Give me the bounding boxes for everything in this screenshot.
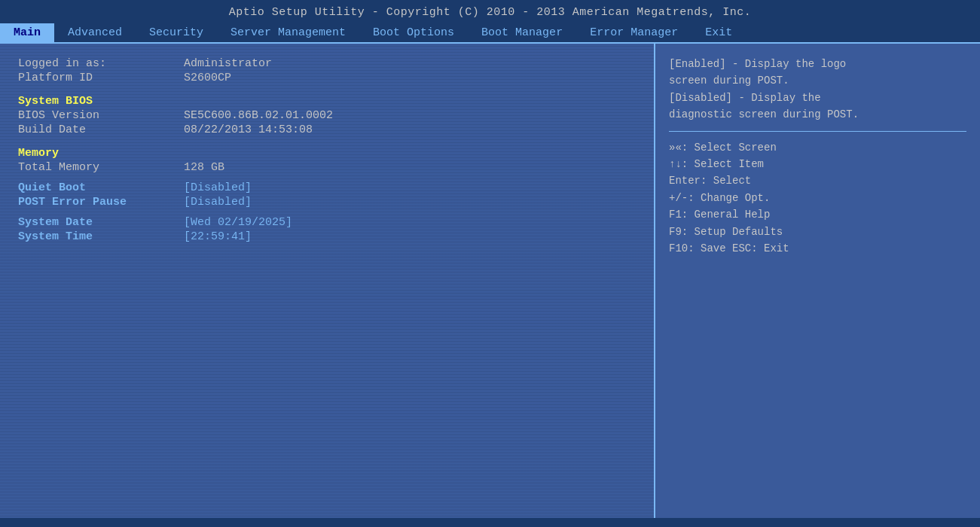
nav-key-2: Enter: Select [669,172,966,189]
nav-key-1: ↑↓: Select Item [669,156,966,172]
memory-label: Memory [18,147,636,160]
help-line-0: [Enabled] - Display the logo [669,56,966,72]
title-bar: Aptio Setup Utility - Copyright (C) 2010… [0,0,980,22]
nav-key-0: »«: Select Screen [669,139,966,156]
post-error-pause-row[interactable]: POST Error Pause [Disabled] [18,196,636,209]
logged-in-value: Administrator [184,57,272,70]
system-time-value: [22:59:41] [184,230,252,243]
title-text: Aptio Setup Utility - Copyright (C) 2010… [229,6,752,19]
platform-id-value: S2600CP [184,72,231,84]
platform-id-label: Platform ID [18,72,184,84]
right-panel-divider [669,131,966,132]
nav-key-3: +/-: Change Opt. [669,190,966,206]
menu-item-advanced[interactable]: Advanced [54,23,136,42]
post-error-pause-label: POST Error Pause [18,196,184,209]
menu-item-boot-options[interactable]: Boot Options [359,23,468,42]
quiet-boot-label: Quiet Boot [18,181,184,194]
bios-version-value: SE5C600.86B.02.01.0002 [184,109,333,122]
post-error-pause-value: [Disabled] [184,196,252,209]
nav-key-6: F10: Save ESC: Exit [669,240,966,257]
total-memory-row: Total Memory 128 GB [18,161,636,174]
logged-in-row: Logged in as: Administrator [18,57,636,70]
build-date-value: 08/22/2013 14:53:08 [184,123,313,136]
system-date-value: [Wed 02/19/2025] [184,216,292,229]
system-date-row[interactable]: System Date [Wed 02/19/2025] [18,216,636,229]
system-time-row[interactable]: System Time [22:59:41] [18,230,636,243]
system-bios-label: System BIOS [18,95,636,108]
system-date-label: System Date [18,216,184,229]
system-time-label: System Time [18,230,184,243]
total-memory-value: 128 GB [184,161,224,174]
help-line-2: [Disabled] - Display the [669,90,966,106]
platform-id-row: Platform ID S2600CP [18,72,636,84]
help-line-1: screen during POST. [669,72,966,89]
nav-key-5: F9: Setup Defaults [669,224,966,240]
bios-version-label: BIOS Version [18,109,184,122]
nav-key-4: F1: General Help [669,206,966,223]
help-description: [Enabled] - Display the logo screen duri… [669,56,966,123]
right-panel: [Enabled] - Display the logo screen duri… [655,44,980,518]
menu-item-error-manager[interactable]: Error Manager [576,23,691,42]
bios-version-row: BIOS Version SE5C600.86B.02.01.0002 [18,109,636,122]
help-line-3: diagnostic screen during POST. [669,106,966,123]
build-date-row: Build Date 08/22/2013 14:53:08 [18,123,636,136]
quiet-boot-row[interactable]: Quiet Boot [Disabled] [18,181,636,194]
menu-item-boot-manager[interactable]: Boot Manager [468,23,576,42]
logged-in-label: Logged in as: [18,57,184,70]
left-panel: Logged in as: Administrator Platform ID … [0,44,655,518]
nav-keys: »«: Select Screen ↑↓: Select Item Enter:… [669,139,966,257]
main-content: Logged in as: Administrator Platform ID … [0,42,980,518]
menu-bar: Main Advanced Security Server Management… [0,22,980,42]
build-date-label: Build Date [18,123,184,136]
menu-item-server-management[interactable]: Server Management [217,23,359,42]
menu-item-exit[interactable]: Exit [691,23,746,42]
quiet-boot-value: [Disabled] [184,181,252,194]
menu-item-main[interactable]: Main [0,23,54,42]
total-memory-label: Total Memory [18,161,184,174]
menu-item-security[interactable]: Security [136,23,217,42]
